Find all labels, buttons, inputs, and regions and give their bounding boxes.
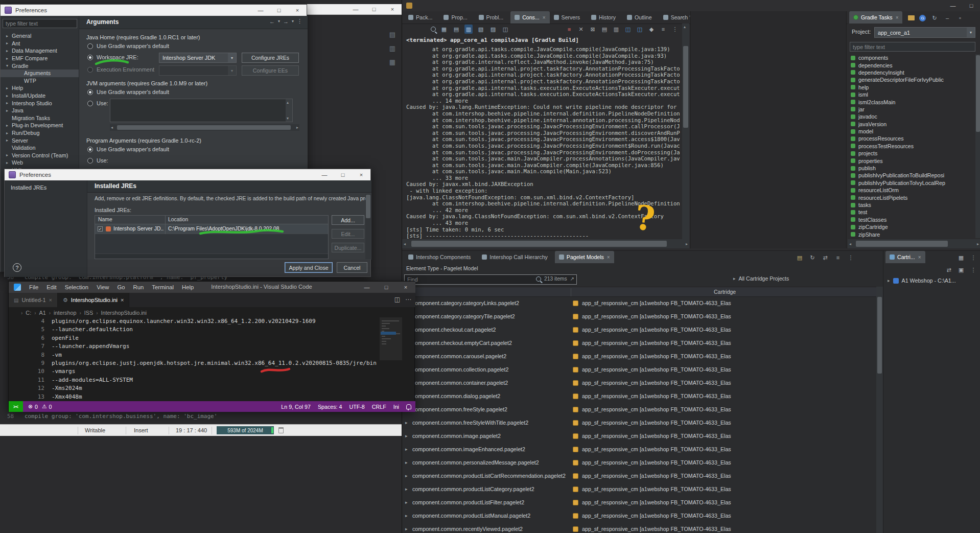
breadcrumb[interactable]: › C: › A1 › intershop › ISS [21,308,147,317]
table-view-icon[interactable]: ▤ [452,25,460,34]
pagelet-row[interactable]: ▸ component.common.recentlyViewed.pagele… [402,523,883,533]
close-tab-icon[interactable]: × [607,254,610,260]
search-icon[interactable] [431,27,436,32]
close-button[interactable]: × [383,4,402,14]
folder-icon[interactable] [908,15,915,20]
column-header-cartridge[interactable]: Cartridge [714,289,736,295]
filter-icon[interactable]: ▣ [957,265,965,274]
split-view-icon[interactable]: ▧ [477,25,485,34]
sort-icon[interactable]: ⇄ [821,253,829,262]
expand-icon[interactable]: ▸ [5,160,10,165]
view-tab[interactable]: Cons... × [510,11,549,24]
table-header[interactable]: Name Location [95,216,328,224]
expand-icon[interactable]: ▸ [5,94,10,98]
refresh-icon[interactable]: ↻ [930,13,939,22]
pagelet-row[interactable]: ▸ component.common.productListCategory.p… [402,483,883,496]
pagelet-row[interactable]: ▸ component.common.container.pagelet2 ap… [402,377,883,390]
radio-jvm-wrapper-default[interactable] [87,89,93,95]
gradle-task-item[interactable]: resourceListOrm [850,187,974,194]
notifications-bell-icon[interactable] [406,404,411,409]
expand-icon[interactable]: ↗ [570,276,574,282]
menu-item[interactable]: File [25,282,42,293]
view-menu-icon[interactable]: ⋮ [847,253,855,262]
view-icon[interactable]: ▥ [389,44,395,52]
tree-item[interactable]: ▸ Intershop Studio [1,99,79,107]
view-tab[interactable]: Pack... [404,11,439,24]
heap-status[interactable]: 593M of 2024M [217,426,274,434]
view-icon[interactable]: ▤ [389,31,395,38]
radio-execution-environment[interactable] [87,67,93,73]
cursor-position[interactable]: Ln 9, Col 97 [281,404,311,410]
duplicate-jre-button[interactable]: Duplicate... [332,243,364,252]
gradle-task-item[interactable]: resourceListPipelets [850,194,974,201]
gradle-task-item[interactable]: tasks [850,201,974,208]
minimize-button[interactable]: — [944,0,962,11]
find-bar[interactable]: 213 items ↗ [404,274,577,285]
jvm-arguments-textarea[interactable]: ▴ ▾ [110,99,293,122]
expand-icon[interactable]: ▸ [888,278,890,283]
pagelet-row[interactable]: ▸ component.common.imageEnhanced.pagelet… [402,443,883,456]
minimap[interactable] [380,317,402,401]
view-icon[interactable]: ▦ [389,58,395,66]
minimize-button[interactable]: — [346,4,365,14]
tree-item[interactable]: ▸ Java [1,107,79,114]
layout-view-icon[interactable]: ▥ [464,25,473,34]
chevron-down-icon[interactable]: ▾ [292,19,294,24]
expand-icon[interactable]: ▸ [5,86,10,90]
gradle-task-item[interactable]: publishIvyPublicationToBuildReposi [850,172,974,179]
tree-item[interactable]: ▸ Ant [1,40,79,48]
maximize-button[interactable]: □ [377,282,396,292]
expand-icon[interactable]: ▸ [5,41,10,45]
pagelet-row[interactable]: ▸ component.common.freeStyleWithTitle.pa… [402,416,883,430]
task-filter-input[interactable] [850,42,975,52]
gradle-task-item[interactable]: dependencies [850,61,974,68]
problems-indicator[interactable]: ⊗0 ⚠0 [28,403,52,410]
tree-item[interactable]: Arguments [1,69,79,77]
apply-and-close-button[interactable]: Apply and Close [285,262,333,273]
expand-icon[interactable]: ▸ [405,500,408,505]
gradle-task-item[interactable]: dependencyInsight [850,69,974,76]
maximize-button[interactable]: □ [334,169,352,180]
minimize-button[interactable]: — [315,169,334,180]
scroll-lock-icon[interactable]: ▥ [612,25,620,34]
expand-icon[interactable]: ▸ [5,138,10,143]
minimize-button[interactable]: — [357,282,377,292]
chevron-down-icon[interactable]: ▾ [278,19,280,24]
menu-item[interactable]: View [92,282,113,293]
expand-icon[interactable]: ▸ [405,460,408,465]
menu-icon[interactable]: ⋮ [969,265,977,274]
tree-item[interactable]: ▸ Version Control (Team) [1,152,79,159]
close-tab-icon[interactable]: × [121,297,124,303]
minimize-view-icon[interactable]: – [943,13,951,22]
expand-icon[interactable]: ▸ [405,513,408,518]
display-selected-console-icon[interactable]: ≡ [659,25,667,34]
forward-icon[interactable]: → [283,18,289,25]
grid-view-icon[interactable]: ▦ [440,25,448,34]
gradle-task-item[interactable]: help [850,84,974,91]
clear-console-icon[interactable]: ▤ [600,25,609,34]
add-jre-button[interactable]: Add... [332,215,364,225]
help-button[interactable]: ? [13,263,21,272]
editor-scrollbar[interactable] [402,317,414,401]
breadcrumb-item[interactable]: › IntershopStudio.ini [96,310,147,316]
gradle-task-item[interactable]: javaVersion [850,121,974,128]
pagelet-row[interactable]: ▸ component.common.image.pagelet2 app_sf… [402,430,883,443]
breadcrumb-item[interactable]: › intershop [49,310,77,316]
gradle-task-item[interactable]: generateDescriptorFileForIvyPublic [850,76,974,83]
close-button[interactable]: × [396,282,415,292]
eol-sequence[interactable]: CRLF [372,404,386,410]
column-header-name[interactable]: Name [98,217,112,222]
refresh-icon[interactable]: ↻ [808,253,816,262]
filter-input[interactable] [3,19,77,28]
view-menu-icon[interactable]: ⋮ [671,25,679,34]
pagelet-row[interactable]: ▸ component.common.productListManual.pag… [402,509,883,523]
maximize-view-icon[interactable]: ▫ [956,13,964,22]
breadcrumb-item[interactable]: › ISS [79,310,93,316]
view-tab[interactable]: Outline [623,11,659,24]
minimize-button[interactable]: — [251,5,270,15]
gradle-task-item[interactable]: publish [850,165,974,172]
gradle-task-item[interactable]: javadoc [850,113,974,120]
gradle-task-item[interactable]: isml2classMain [850,98,974,105]
page-vertical-scrollbar[interactable] [365,194,371,259]
pagelet-row[interactable]: ▸ component.category.categoryLinks.pagel… [402,297,883,310]
